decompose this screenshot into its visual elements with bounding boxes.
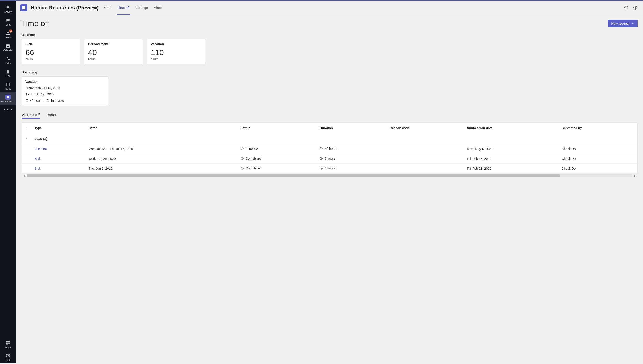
tasks-icon: [5, 82, 11, 87]
request-type-link[interactable]: Vacation: [35, 147, 47, 151]
tab-time-off[interactable]: Time off: [117, 1, 130, 15]
rail-more-button[interactable]: • • •: [4, 105, 13, 114]
balances-label: Balances: [22, 33, 637, 36]
header-actions: [624, 6, 637, 10]
table-row[interactable]: Sick Thu, Jun 6, 2019 Completed 6 hours: [22, 164, 637, 173]
clock-icon: [320, 167, 323, 170]
new-request-button[interactable]: New request: [608, 20, 637, 28]
request-status: In review: [246, 147, 259, 150]
rail-item-chat[interactable]: Chat: [0, 15, 16, 28]
phone-icon: [5, 56, 11, 62]
rail-item-activity[interactable]: Activity: [0, 2, 16, 15]
horizontal-scrollbar[interactable]: ◄ ►: [22, 174, 637, 178]
scrollbar-thumb[interactable]: [27, 174, 560, 178]
request-submitted-by: Chuck Do: [559, 164, 637, 173]
svg-point-11: [241, 157, 243, 160]
tab-about[interactable]: About: [153, 1, 163, 15]
new-request-label: New request: [611, 22, 629, 26]
refresh-icon[interactable]: [624, 6, 628, 10]
request-duration: 40 hours: [325, 147, 337, 150]
app-header: Human Resources (Preview) Chat Time off …: [16, 1, 643, 15]
request-submitted-by: Chuck Do: [559, 154, 637, 164]
clock-icon: [320, 157, 323, 160]
group-toggle-button[interactable]: [25, 136, 29, 141]
balance-card-unit: hours: [26, 57, 76, 60]
svg-point-1: [8, 32, 9, 33]
request-reason: [387, 164, 464, 173]
rail-item-human-resources[interactable]: Human Res...: [0, 92, 16, 105]
header-tabs: Chat Time off Settings About: [104, 1, 163, 15]
tab-chat[interactable]: Chat: [104, 1, 112, 15]
group-row-2020[interactable]: 2020 (3): [22, 134, 637, 144]
app-title: Human Resources (Preview): [31, 5, 99, 11]
rail-label: Apps: [6, 346, 11, 348]
scroll-right-icon[interactable]: ►: [634, 174, 636, 177]
help-icon: [5, 353, 11, 358]
table-row[interactable]: Sick Wed, Feb 26, 2020 Completed 8 hours: [22, 154, 637, 164]
calendar-icon: [5, 43, 11, 49]
request-type-link[interactable]: Sick: [35, 157, 41, 160]
upcoming-from: From: Mon, Jul 13, 2020: [26, 86, 105, 90]
content-area: Time off New request Balances Sick 66 ho…: [16, 15, 643, 363]
tab-drafts[interactable]: Drafts: [46, 113, 56, 119]
col-dates[interactable]: Dates: [86, 122, 238, 134]
rail-label: Files: [6, 75, 10, 77]
request-dates: Thu, Jun 6, 2019: [86, 164, 238, 173]
balance-card-bereavement[interactable]: Bereavement 40 hours: [84, 39, 143, 64]
tab-all-time-off[interactable]: All time off: [22, 113, 40, 119]
rail-label: Help: [6, 359, 11, 361]
clock-icon: [26, 99, 29, 102]
chat-icon: [5, 18, 11, 23]
scrollbar-track[interactable]: [27, 174, 632, 178]
col-type[interactable]: Type: [32, 122, 86, 134]
svg-rect-4: [7, 343, 8, 344]
request-duration: 8 hours: [325, 156, 335, 160]
balance-card-vacation[interactable]: Vacation 110 hours: [147, 39, 205, 64]
request-submitted-by: Chuck Do: [559, 144, 637, 154]
apps-icon: [5, 340, 11, 346]
bell-icon: [5, 5, 11, 10]
svg-point-13: [241, 167, 243, 170]
rail-item-teams[interactable]: @ Teams: [0, 28, 16, 41]
request-status: Completed: [246, 166, 261, 170]
rail-item-calls[interactable]: Calls: [0, 54, 16, 66]
requests-table-wrap: Type Dates Status Duration Reason code S…: [22, 122, 637, 174]
upcoming-card[interactable]: Vacation From: Mon, Jul 13, 2020 To: Fri…: [22, 76, 109, 106]
mention-badge-icon: @: [9, 30, 12, 33]
globe-icon[interactable]: [633, 6, 637, 10]
rail-label: Tasks: [5, 88, 11, 90]
balance-card-unit: hours: [151, 57, 202, 60]
col-duration[interactable]: Duration: [317, 122, 387, 134]
request-reason: [387, 144, 464, 154]
rail-label: Calls: [6, 62, 11, 64]
rail-item-files[interactable]: Files: [0, 66, 16, 79]
scroll-left-icon[interactable]: ◄: [23, 174, 25, 177]
table-row[interactable]: Vacation Mon, Jul 13 → Fri, Jul 17, 2020…: [22, 144, 637, 154]
upcoming-duration: 40 hours: [26, 99, 42, 102]
chevron-down-icon: [26, 138, 28, 140]
col-status[interactable]: Status: [238, 122, 317, 134]
completed-icon: [241, 157, 244, 160]
col-submission[interactable]: Submission date: [464, 122, 559, 134]
balance-card-value: 66: [26, 48, 76, 57]
balance-card-sick[interactable]: Sick 66 hours: [22, 39, 80, 64]
collapse-all-button[interactable]: [25, 126, 29, 130]
rail-item-apps[interactable]: Apps: [0, 338, 16, 350]
svg-rect-3: [9, 341, 10, 342]
rail-item-calendar[interactable]: Calendar: [0, 41, 16, 54]
request-type-link[interactable]: Sick: [35, 167, 41, 170]
completed-icon: [241, 167, 244, 170]
rail-item-tasks[interactable]: Tasks: [0, 79, 16, 92]
tab-settings[interactable]: Settings: [135, 1, 148, 15]
balance-card-title: Sick: [26, 42, 76, 46]
rail-label: Teams: [5, 36, 11, 39]
hr-app-icon: [5, 94, 11, 100]
balances-row: Sick 66 hours Bereavement 40 hours Vacat…: [22, 39, 637, 64]
rail-item-help[interactable]: Help: [0, 350, 16, 363]
request-submission: Fri, Feb 28, 2020: [464, 154, 559, 164]
app-rail: Activity Chat @ Teams Calendar Calls: [0, 1, 16, 363]
requests-table: Type Dates Status Duration Reason code S…: [22, 122, 637, 174]
col-reason[interactable]: Reason code: [387, 122, 464, 134]
request-reason: [387, 154, 464, 164]
col-submitted-by[interactable]: Submitted by: [559, 122, 637, 134]
